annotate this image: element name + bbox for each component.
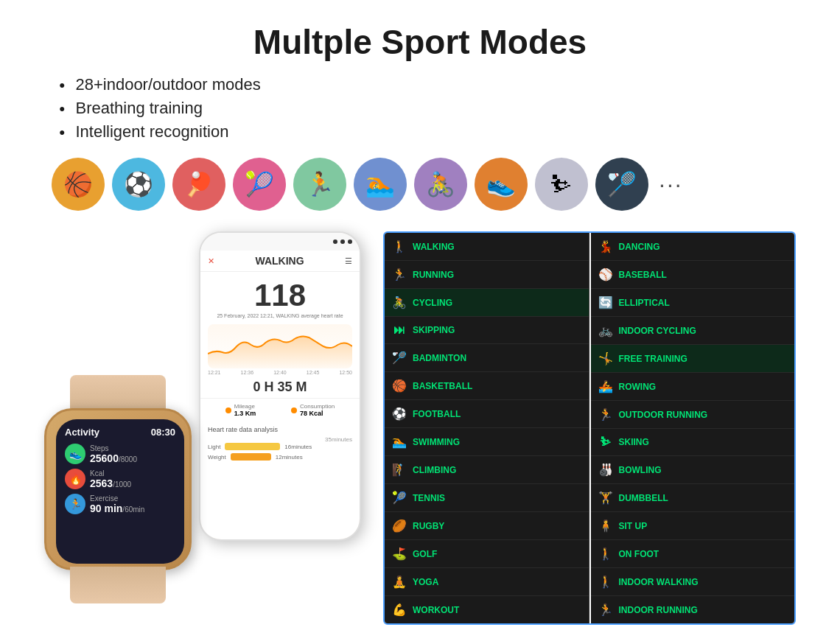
sport-item-dumbbell[interactable]: 🏋DUMBBELL bbox=[591, 484, 795, 512]
sport-icon: 🔄 bbox=[598, 295, 613, 309]
sport-item-on-foot[interactable]: 🚶ON FOOT bbox=[591, 540, 795, 568]
sport-item-outdoor-running[interactable]: 🏃OUTDOOR RUNNING bbox=[591, 401, 795, 429]
sport-name: WALKING bbox=[413, 242, 455, 252]
sport-item-tennis[interactable]: 🎾TENNIS bbox=[385, 484, 589, 512]
weight-time: 12minutes bbox=[276, 454, 303, 461]
exercise-info: Exercise 90 min/60min bbox=[90, 494, 144, 514]
sport-item-baseball[interactable]: ⚾BASEBALL bbox=[591, 261, 795, 289]
sport-item-bowling[interactable]: 🎳BOWLING bbox=[591, 456, 795, 484]
sport-item-swimming[interactable]: 🏊SWIMMING bbox=[385, 428, 589, 456]
consumption-text: Consumption 78 Kcal bbox=[300, 403, 335, 417]
sport-item-skipping[interactable]: ⏭SKIPPING bbox=[385, 317, 589, 344]
duration-value: 0 H 35 M bbox=[253, 379, 307, 394]
sport-item-dancing[interactable]: 💃DANCING bbox=[591, 233, 795, 261]
sport-icon: 🚶 bbox=[392, 239, 407, 253]
sport-item-walking[interactable]: 🚶WALKING bbox=[385, 233, 589, 261]
sport-name: SWIMMING bbox=[413, 437, 460, 447]
watch-header: Activity 08:30 bbox=[65, 427, 175, 438]
sport-icons-row: 🏀⚽🏓🎾🏃🏊🚴👟⛷🏸··· bbox=[44, 158, 796, 211]
sport-icon: 🏸 bbox=[392, 351, 407, 365]
sport-name: SKIPPING bbox=[413, 325, 455, 335]
consumption-value: 78 Kcal bbox=[300, 410, 335, 417]
sport-icon: 🏃 bbox=[392, 267, 407, 281]
sport-item-football[interactable]: ⚽FOOTBALL bbox=[385, 400, 589, 428]
sport-item-climbing[interactable]: 🧗CLIMBING bbox=[385, 456, 589, 484]
sport-item-indoor-walking[interactable]: 🚶INDOOR WALKING bbox=[591, 568, 795, 596]
sport-item-skiing[interactable]: ⛷SKIING bbox=[591, 429, 795, 456]
time-2: 12:36 bbox=[241, 370, 254, 375]
sport-icon-running: 🏃 bbox=[293, 158, 346, 211]
kcal-icon: 🔥 bbox=[65, 469, 85, 489]
sport-item-yoga[interactable]: 🧘YOGA bbox=[385, 568, 589, 596]
kcal-info: Kcal 2563/1000 bbox=[90, 469, 131, 489]
sport-icon-tennis: 🎾 bbox=[233, 158, 286, 211]
phone-body: ✕ WALKING ☰ 118 25 February, 2022 12:21,… bbox=[199, 231, 361, 541]
bullet-2: Breathing training bbox=[59, 99, 796, 118]
mileage-dot bbox=[225, 407, 231, 413]
sport-item-elliptical[interactable]: 🔄ELLIPTICAL bbox=[591, 289, 795, 317]
sport-name: TENNIS bbox=[413, 493, 445, 503]
sport-name: ELLIPTICAL bbox=[619, 298, 670, 308]
sport-item-free-training[interactable]: 🤸FREE TRAINING bbox=[591, 345, 795, 373]
mileage-text: Mileage 1.3 Km bbox=[234, 403, 256, 417]
phone-close-icon[interactable]: ✕ bbox=[208, 256, 214, 266]
exercise-value: 90 min/60min bbox=[90, 503, 144, 514]
sport-item-golf[interactable]: ⛳GOLF bbox=[385, 540, 589, 568]
sport-icon-swimming: 🏊 bbox=[354, 158, 407, 211]
sport-item-sit-up[interactable]: 🧍SIT UP bbox=[591, 512, 795, 540]
sport-name: SKIING bbox=[619, 437, 649, 447]
phone-status-bar bbox=[200, 233, 360, 251]
sport-name: YOGA bbox=[413, 577, 438, 587]
feature-list: 28+indoor/outdoor modes Breathing traini… bbox=[44, 75, 796, 141]
sport-icon: 🧘 bbox=[392, 575, 407, 589]
heart-section: Heart rate data analysis 35minutes Light… bbox=[200, 421, 360, 465]
sport-column-right: 💃DANCING⚾BASEBALL🔄ELLIPTICAL🚲INDOOR CYCL… bbox=[591, 233, 795, 623]
sport-icon: 💪 bbox=[392, 603, 407, 617]
time-4: 12:45 bbox=[307, 370, 320, 375]
phone-bpm-section: 118 25 February, 2022 12:21, WALKING ave… bbox=[200, 272, 360, 324]
weight-bar bbox=[231, 453, 271, 461]
sport-item-rowing[interactable]: 🚣ROWING bbox=[591, 373, 795, 401]
bpm-value: 118 bbox=[206, 278, 354, 313]
phone-time-row: 12:21 12:36 12:40 12:45 12:50 bbox=[200, 368, 360, 377]
heart-title: Heart rate data analysis bbox=[208, 426, 352, 433]
phone-container: ✕ WALKING ☰ 118 25 February, 2022 12:21,… bbox=[199, 231, 368, 541]
watch-band-bottom bbox=[70, 567, 166, 603]
sport-icon-skiing: ⛷ bbox=[535, 158, 588, 211]
phone-menu-icon[interactable]: ☰ bbox=[345, 256, 352, 266]
sport-icon: 🧍 bbox=[598, 519, 613, 533]
sport-name: RUNNING bbox=[413, 270, 454, 280]
sport-icon: 🚲 bbox=[598, 323, 613, 337]
sport-item-workout[interactable]: 💪WORKOUT bbox=[385, 596, 589, 623]
sport-item-basketball[interactable]: 🏀BASKETBALL bbox=[385, 372, 589, 400]
sport-item-indoor-cycling[interactable]: 🚲INDOOR CYCLING bbox=[591, 317, 795, 345]
sport-item-rugby[interactable]: 🏉RUGBY bbox=[385, 512, 589, 540]
time-5: 12:50 bbox=[339, 370, 352, 375]
sport-item-cycling[interactable]: 🚴CYCLING bbox=[385, 289, 589, 317]
sport-icon: 🎳 bbox=[598, 463, 613, 477]
sport-item-indoor-running[interactable]: 🏃INDOOR RUNNING bbox=[591, 596, 795, 623]
sport-name: INDOOR CYCLING bbox=[619, 326, 696, 336]
sport-name: BOWLING bbox=[619, 465, 662, 475]
sport-name: DUMBBELL bbox=[619, 493, 668, 503]
sport-item-running[interactable]: 🏃RUNNING bbox=[385, 261, 589, 289]
sport-item-badminton[interactable]: 🏸BADMINTON bbox=[385, 344, 589, 372]
exercise-metric: 🏃 Exercise 90 min/60min bbox=[65, 494, 175, 514]
light-label: Light bbox=[208, 444, 220, 450]
sport-icon-badminton: 🏸 bbox=[595, 158, 648, 211]
light-time: 16minutes bbox=[284, 444, 312, 450]
sport-name: ROWING bbox=[619, 382, 657, 392]
sport-name: RUGBY bbox=[413, 521, 444, 531]
weight-bar-row: Weight 12minutes bbox=[208, 453, 352, 461]
sport-icon: 🧗 bbox=[392, 463, 407, 477]
sport-name: WORKOUT bbox=[413, 605, 459, 615]
sport-icon: 🚣 bbox=[598, 379, 613, 393]
bullet-3: Intelligent recognition bbox=[59, 122, 796, 141]
stat-consumption: Consumption 78 Kcal bbox=[291, 403, 335, 417]
kcal-label: Kcal bbox=[90, 469, 131, 477]
sport-icon: 🤸 bbox=[598, 351, 613, 365]
heart-bars: Light 16minutes Weight 12minutes bbox=[208, 443, 352, 461]
time-3: 12:40 bbox=[273, 370, 287, 375]
steps-label: Steps bbox=[90, 444, 137, 452]
sport-icon: ⚽ bbox=[392, 407, 407, 421]
